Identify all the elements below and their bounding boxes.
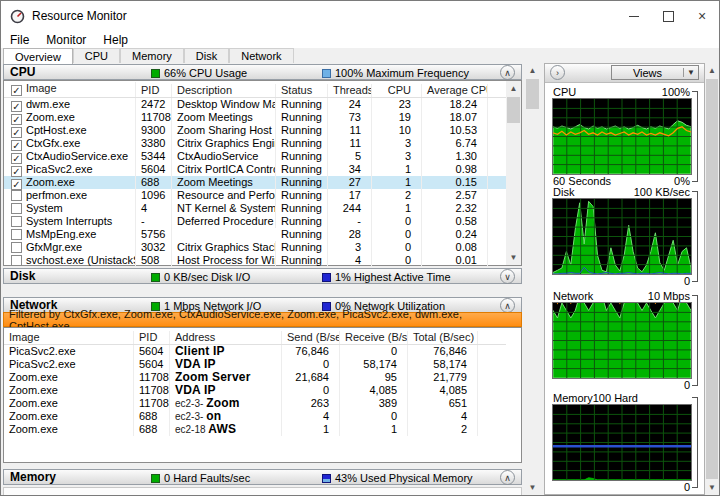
panel-collapse-button[interactable]: › — [550, 65, 565, 80]
scroll-up-icon[interactable]: ▲ — [705, 63, 719, 78]
cpu-process-row[interactable]: ✓PicaSvc2.exe5604Citrix PortICA Controll… — [4, 163, 521, 176]
cpu-frequency-legend: 100% Maximum Frequency — [322, 67, 469, 79]
checkbox-unchecked[interactable] — [11, 216, 22, 227]
process-cpu: 23 — [372, 98, 422, 111]
menu-file[interactable]: File — [10, 33, 29, 47]
scroll-down-icon[interactable]: ▼ — [506, 250, 521, 265]
disk-expand-button[interactable]: ∨ — [500, 269, 515, 284]
col-threads[interactable]: Threads — [328, 84, 372, 97]
cpu-table-header: ✓Image PID Description Status Threads ⌃C… — [4, 81, 521, 98]
scroll-down-icon[interactable]: ▼ — [705, 480, 719, 495]
memory-collapse-button[interactable]: ∧ — [500, 470, 515, 485]
network-connection-row[interactable]: PicaSvc2.exe5604Client IP76,846076,846 — [4, 345, 521, 358]
cpu-process-row[interactable]: ✓CtxGfx.exe3380Citrix Graphics EngineRun… — [4, 137, 521, 150]
process-threads: 17 — [328, 189, 372, 202]
col-pid[interactable]: PID — [134, 331, 170, 344]
col-total[interactable]: ⌃Total (B/sec) — [408, 331, 478, 344]
graph-canvas-network — [552, 302, 692, 379]
cpu-process-row[interactable]: perfmon.exe1096Resource and Performan...… — [4, 189, 521, 202]
network-filter-bar: Filtered by CtxGfx.exe, Zoom.exe, CtxAud… — [3, 312, 522, 327]
checkbox-checked[interactable]: ✓ — [11, 179, 22, 190]
process-cpu: 0 — [372, 254, 422, 267]
cpu-process-row[interactable]: GfxMgr.exe3032Citrix Graphics Stack Ma..… — [4, 241, 521, 254]
col-image[interactable]: ✓Image — [4, 82, 136, 97]
connection-address: Client IP — [170, 345, 282, 358]
close-button[interactable]: × — [685, 1, 719, 31]
checkbox-unchecked[interactable] — [11, 242, 22, 253]
process-pid: 688 — [136, 176, 172, 189]
scrollbar-thumb[interactable] — [526, 79, 539, 109]
graph-min-label: 0 — [684, 379, 690, 391]
cpu-process-row[interactable]: ✓CtxAudioService.exe5344CtxAudioServiceR… — [4, 150, 521, 163]
network-connection-row[interactable]: Zoom.exe11708ec2-3- Zoom263389651 — [4, 397, 521, 410]
network-connection-row[interactable]: Zoom.exe688ec2-18 AWS112 — [4, 423, 521, 436]
col-pid[interactable]: PID — [136, 84, 172, 97]
col-average-cpu[interactable]: Average CPU — [422, 84, 488, 97]
col-address[interactable]: Address — [170, 331, 282, 344]
process-pid: 5604 — [136, 163, 172, 176]
right-panel-scrollbar[interactable]: ▲ ▼ — [705, 63, 719, 495]
scroll-up-icon[interactable]: ▲ — [506, 81, 521, 96]
checkbox-unchecked[interactable] — [11, 190, 22, 201]
checkbox-unchecked[interactable] — [11, 229, 22, 240]
col-receive[interactable]: Receive (B/sec) — [340, 331, 408, 344]
process-threads: 11 — [328, 124, 372, 137]
scroll-down-icon[interactable]: ▼ — [525, 480, 540, 495]
left-pane-scrollbar[interactable]: ▲ ▼ — [525, 63, 540, 495]
col-cpu[interactable]: ⌃CPU — [372, 84, 422, 97]
graph-max-label: 100% — [662, 86, 690, 98]
cpu-process-row[interactable]: System4NT Kernel & SystemRunning24412.32 — [4, 202, 521, 215]
tab-memory[interactable]: Memory — [120, 48, 184, 63]
cpu-section-header[interactable]: CPU 66% CPU Usage 100% Maximum Frequency… — [3, 64, 522, 80]
memory-section-header[interactable]: Memory 0 Hard Faults/sec 43% Used Physic… — [3, 469, 522, 485]
col-send[interactable]: Send (B/sec) — [282, 331, 340, 344]
cpu-usage-legend: 66% CPU Usage — [151, 67, 247, 79]
cpu-process-row[interactable]: ✓CptHost.exe9300Zoom Sharing HostRunning… — [4, 124, 521, 137]
disk-section-header[interactable]: Disk 0 KB/sec Disk I/O 1% Highest Active… — [3, 268, 522, 284]
scroll-up-icon[interactable]: ▲ — [525, 63, 540, 78]
cpu-process-row[interactable]: ✓Zoom.exe11708Zoom MeetingsRunning731918… — [4, 111, 521, 124]
col-image[interactable]: Image — [4, 331, 134, 344]
title-bar: Resource Monitor × — [1, 1, 719, 31]
scrollbar-thumb[interactable] — [507, 97, 520, 123]
network-connection-row[interactable]: Zoom.exe11708Zoom Server21,6849521,779 — [4, 371, 521, 384]
minimize-button[interactable] — [617, 1, 651, 31]
blue-swatch-icon — [322, 474, 331, 483]
maximize-button[interactable] — [651, 1, 685, 31]
cpu-collapse-button[interactable]: ∧ — [500, 65, 515, 80]
process-average-cpu: 0.15 — [422, 176, 488, 189]
memory-section-title: Memory — [10, 470, 56, 484]
tab-network[interactable]: Network — [229, 48, 293, 63]
connection-send: 76,846 — [282, 345, 340, 358]
address-label: Client IP — [175, 345, 225, 358]
col-description[interactable]: Description — [172, 84, 276, 97]
network-connection-row[interactable]: PicaSvc2.exe5604VDA IP058,17458,174 — [4, 358, 521, 371]
process-threads: 24 — [328, 98, 372, 111]
menu-monitor[interactable]: Monitor — [46, 33, 86, 47]
cpu-table-scrollbar[interactable]: ▲ ▼ — [506, 81, 521, 265]
cpu-process-row[interactable]: ✓dwm.exe2472Desktop Window Manag...Runni… — [4, 98, 521, 111]
network-connection-row[interactable]: Zoom.exe688ec2-3- on404 — [4, 410, 521, 423]
menu-help[interactable]: Help — [103, 33, 128, 47]
graph-canvas-memory — [552, 404, 692, 481]
cpu-process-row[interactable]: ✓Zoom.exe688Zoom MeetingsRunning2710.15 — [4, 176, 521, 189]
cpu-process-row[interactable]: System Interrupts-Deferred Procedure Cal… — [4, 215, 521, 228]
checkbox-unchecked[interactable] — [11, 255, 22, 266]
chevron-up-icon: ∧ — [504, 473, 511, 483]
views-button[interactable]: Views ▼ — [611, 65, 699, 80]
process-image-cell: ✓dwm.exe — [4, 98, 136, 112]
tab-overview[interactable]: Overview — [3, 48, 73, 64]
network-connection-row[interactable]: Zoom.exe11708VDA IP04,0854,085 — [4, 384, 521, 397]
scrollbar-thumb[interactable] — [706, 79, 718, 479]
connection-receive: 0 — [340, 345, 408, 358]
tab-disk[interactable]: Disk — [184, 48, 229, 63]
tab-cpu[interactable]: CPU — [73, 48, 120, 63]
header-checkbox[interactable]: ✓ — [11, 85, 22, 96]
cpu-process-row[interactable]: MsMpEng.exe5756Running2800.24 — [4, 228, 521, 241]
checkbox-unchecked[interactable] — [11, 203, 22, 214]
process-cpu: 2 — [372, 189, 422, 202]
col-status[interactable]: Status — [276, 84, 328, 97]
process-name: CptHost.exe — [26, 124, 87, 136]
cpu-process-row[interactable]: svchost.exe (UnistackSvcGro...508Host Pr… — [4, 254, 521, 267]
graph-max-label: 100 Hard Faults/sec — [593, 392, 690, 404]
